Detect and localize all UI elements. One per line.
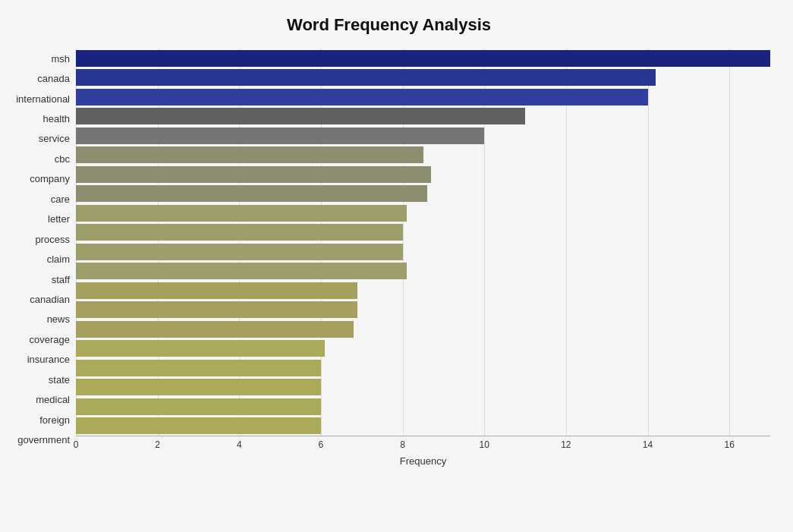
x-tick: 6 bbox=[319, 439, 324, 450]
bar-row bbox=[76, 378, 770, 398]
y-label: health bbox=[43, 114, 70, 124]
y-label: staff bbox=[52, 275, 70, 285]
bars-and-xaxis: 0246810121416 Frequency bbox=[76, 49, 770, 467]
bar-row bbox=[76, 184, 770, 204]
bar bbox=[76, 108, 525, 124]
y-label: canada bbox=[37, 74, 70, 83]
y-label: state bbox=[49, 375, 70, 385]
bar-row bbox=[76, 417, 770, 436]
bar bbox=[76, 166, 431, 183]
bar-row bbox=[76, 107, 770, 127]
x-tick: 12 bbox=[561, 439, 571, 450]
bar bbox=[76, 224, 403, 241]
y-label: medical bbox=[36, 395, 70, 405]
bar bbox=[76, 146, 423, 163]
x-axis: 0246810121416 bbox=[76, 436, 770, 452]
y-label: cbc bbox=[55, 154, 70, 164]
bar-row bbox=[76, 49, 770, 68]
y-label: news bbox=[47, 314, 70, 324]
bar bbox=[76, 301, 357, 318]
y-label: company bbox=[30, 174, 70, 184]
y-label: letter bbox=[48, 214, 70, 224]
bar-row bbox=[76, 358, 770, 378]
y-label: msh bbox=[51, 54, 70, 64]
x-tick: 0 bbox=[74, 439, 79, 450]
y-label: foreign bbox=[39, 415, 70, 425]
y-label: international bbox=[16, 94, 70, 104]
bar-row bbox=[76, 397, 770, 417]
x-tick: 4 bbox=[237, 439, 242, 450]
bar-row bbox=[76, 262, 770, 282]
bar bbox=[76, 185, 427, 202]
y-label: insurance bbox=[27, 354, 70, 364]
bar bbox=[76, 244, 403, 260]
x-tick: 8 bbox=[400, 439, 405, 450]
bar bbox=[76, 417, 321, 434]
x-tick: 10 bbox=[480, 439, 489, 450]
bar bbox=[76, 89, 648, 105]
y-label: claim bbox=[47, 254, 70, 264]
bar bbox=[76, 205, 407, 222]
chart-title: Word Frequency Analysis bbox=[8, 15, 770, 35]
x-tick: 14 bbox=[643, 439, 653, 450]
bar bbox=[76, 360, 321, 376]
bar bbox=[76, 398, 321, 415]
bar-row bbox=[76, 281, 770, 301]
bar-row bbox=[76, 68, 770, 88]
bar-row bbox=[76, 301, 770, 320]
y-label: coverage bbox=[30, 335, 70, 345]
y-label: canadian bbox=[30, 294, 70, 304]
y-label: government bbox=[17, 435, 70, 445]
bar bbox=[76, 321, 354, 338]
bar-row bbox=[76, 339, 770, 359]
chart-area: mshcanadainternationalhealthservicecbcco… bbox=[8, 49, 770, 467]
x-axis-label: Frequency bbox=[76, 455, 770, 467]
bar-row bbox=[76, 203, 770, 223]
bar-row bbox=[76, 242, 770, 262]
chart-container: Word Frequency Analysis mshcanadainterna… bbox=[0, 0, 793, 532]
y-label: care bbox=[51, 194, 70, 204]
bar-row bbox=[76, 146, 770, 165]
bar-row bbox=[76, 320, 770, 339]
bar-row bbox=[76, 126, 770, 146]
bar bbox=[76, 282, 357, 299]
bar bbox=[76, 263, 407, 279]
x-tick: 16 bbox=[724, 439, 734, 450]
bar bbox=[76, 127, 484, 144]
y-axis: mshcanadainternationalhealthservicecbcco… bbox=[8, 49, 76, 467]
bar bbox=[76, 69, 656, 86]
y-label: service bbox=[39, 134, 70, 143]
bar-row bbox=[76, 165, 770, 184]
x-tick: 2 bbox=[155, 439, 160, 450]
bar-row bbox=[76, 223, 770, 243]
bar bbox=[76, 379, 321, 395]
bar bbox=[76, 340, 325, 357]
bar-row bbox=[76, 87, 770, 107]
bar bbox=[76, 50, 770, 67]
y-label: process bbox=[35, 235, 70, 244]
bars-container bbox=[76, 49, 770, 436]
